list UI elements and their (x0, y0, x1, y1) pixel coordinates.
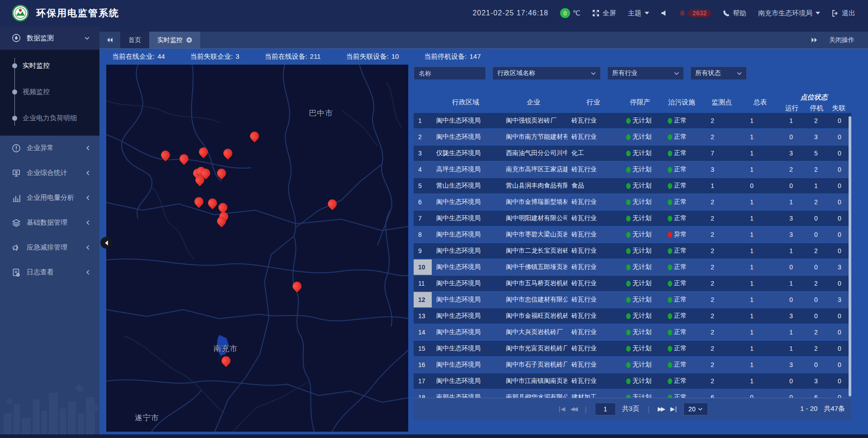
sidebar-item-video-monitor[interactable]: 视频监控 (0, 79, 99, 105)
row-halt-count: 2 (804, 247, 829, 254)
row-halt-count: 2 (804, 329, 829, 336)
table-row[interactable]: 14 阆中生态环境局 阆中大兴页岩机砖厂 砖瓦行业 无计划 正常 2 1 1 2… (414, 325, 851, 341)
row-lost-count: 0 (829, 182, 849, 189)
map-panel[interactable]: 巴中市南充市遂宁市 (106, 65, 408, 432)
fullscreen-button[interactable]: 全屏 (592, 9, 616, 18)
table-row[interactable]: 4 高坪生态环境局 南充市高坪区王家店建 砖瓦行业 无计划 正常 3 1 2 2… (414, 162, 851, 178)
table-body: 1 阆中生态环境局 阆中强锐页岩砖厂 砖瓦行业 无计划 正常 2 1 1 2 0… (414, 113, 851, 398)
status-dot-icon (626, 297, 631, 303)
row-stop-status: 无计划 (619, 231, 661, 239)
row-monitor-count: 2 (703, 198, 741, 206)
chevron-left-icon (86, 220, 90, 225)
row-meter-count: 1 (741, 166, 779, 173)
help-button[interactable]: 帮助 (723, 9, 746, 18)
row-run-count: 1 (779, 117, 804, 124)
sidebar-item-base-data[interactable]: 基础数据管理 (0, 210, 99, 235)
filter-row: 行政区域名称 所有行业 所有状态 (414, 66, 851, 80)
table-row[interactable]: 1 阆中生态环境局 阆中强锐页岩砖厂 砖瓦行业 无计划 正常 2 1 1 2 0 (414, 113, 851, 129)
table-row[interactable]: 17 阆中生态环境局 阆中市江南镇阆南页岩 砖瓦行业 无计划 正常 2 1 0 … (414, 373, 851, 390)
row-run-count: 1 (779, 345, 804, 352)
tab-close-icon[interactable] (186, 37, 192, 43)
row-region: 南部生态环境局 (432, 393, 500, 398)
table-row[interactable]: 8 阆中生态环境局 阆中市枣碧大梁山页岩 砖瓦行业 无计划 异常 2 1 3 0… (414, 227, 851, 243)
notification-area[interactable]: 2632 (679, 9, 711, 17)
industry-select[interactable]: 所有行业 (607, 66, 684, 80)
next-page-button[interactable]: ▶▶ (658, 405, 664, 412)
page-size-select[interactable]: 20 (684, 403, 708, 415)
table-row[interactable]: 3 仪陇生态环境局 西南油气田分公司川中 化工 无计划 正常 7 1 3 5 0 (414, 146, 851, 162)
table-row[interactable]: 13 阆中生态环境局 阆中市金福旺页岩机砖 砖瓦行业 无计划 正常 2 1 3 … (414, 308, 851, 325)
first-page-button[interactable]: ❘◀ (557, 405, 564, 412)
row-run-count: 3 (779, 150, 804, 157)
sidebar-item-log-view[interactable]: 日志查看 (0, 260, 99, 285)
row-lost-count: 3 (829, 264, 849, 271)
row-region: 阆中生态环境局 (432, 312, 500, 320)
row-lost-count: 0 (829, 312, 849, 320)
enterprise-table-panel: 行政区域名称 所有行业 所有状态 (414, 66, 851, 423)
row-company: 阆中市忠信建材有限公 (500, 296, 567, 304)
row-stop-status: 无计划 (619, 263, 661, 271)
temperature-display: 0 ℃ (560, 8, 580, 18)
sidebar-item-data-monitor[interactable]: 数据监测 (0, 26, 99, 50)
table-row[interactable]: 7 阆中生态环境局 阆中明阳建材有限公司 砖瓦行业 无计划 正常 2 1 3 0… (414, 211, 851, 227)
logout-button[interactable]: 退出 (832, 9, 855, 18)
status-select[interactable]: 所有状态 (690, 66, 747, 80)
stat-online-devices: 当前在线设备:211 (264, 52, 321, 61)
total-count-label: 共47条 (824, 405, 845, 413)
chevron-left-icon (86, 195, 90, 200)
table-row[interactable]: 10 阆中生态环境局 阆中千佛镇五郎垭页岩 砖瓦行业 无计划 正常 2 1 0 … (414, 259, 851, 276)
row-monitor-count: 2 (703, 247, 741, 254)
table-row[interactable]: 16 阆中生态环境局 阆中市石子页岩机砖厂 砖瓦行业 无计划 正常 2 1 3 … (414, 357, 851, 373)
row-region: 仪陇生态环境局 (432, 149, 500, 157)
table-scrollbar[interactable] (849, 116, 851, 396)
tabs-scroll-right-button[interactable] (811, 38, 817, 42)
row-region: 阆中生态环境局 (432, 133, 500, 141)
row-index: 2 (414, 129, 432, 145)
row-index: 13 (414, 308, 432, 324)
mute-button[interactable] (661, 10, 667, 16)
table-row[interactable]: 15 阆中生态环境局 阆中市光富页岩机砖厂 砖瓦行业 无计划 正常 2 1 1 … (414, 341, 851, 357)
row-industry: 砖瓦行业 (567, 344, 619, 353)
map-collapse-button[interactable] (100, 237, 112, 249)
table-header: 行政区域 企业 行业 停限产 治污设施 监测点 总表 点位状态 运行 停机 失联 (414, 91, 851, 113)
row-region: 阆中生态环境局 (432, 344, 500, 353)
row-halt-count: 2 (804, 117, 829, 124)
table-row[interactable]: 18 南部生态环境局 南部县砌华水泥有限公 建材加工 无计划 正常 6 0 0 … (414, 390, 851, 398)
close-operations-button[interactable]: 关闭操作 (829, 36, 854, 44)
region-select[interactable]: 行政区域名称 (492, 66, 601, 80)
tab-realtime-monitor[interactable]: 实时监控 (149, 32, 200, 48)
status-dot-icon (626, 248, 631, 254)
table-row[interactable]: 9 阆中生态环境局 阆中市二龙长宝页岩砖 砖瓦行业 无计划 正常 2 1 1 2… (414, 243, 851, 259)
prev-page-button[interactable]: ◀◀ (570, 405, 576, 412)
sidebar-item-enterprise-stats[interactable]: 企业综合统计 (0, 160, 99, 185)
tabs-scroll-left-button[interactable] (99, 32, 120, 48)
sidebar-item-emergency-reduction[interactable]: 应急减排管理 (0, 235, 99, 260)
sidebar-item-power-load-detail[interactable]: 企业电力负荷明细 (0, 105, 99, 131)
row-index: 3 (414, 146, 432, 161)
row-monitor-count: 2 (703, 264, 741, 271)
row-stop-status: 无计划 (619, 296, 661, 304)
sidebar-item-enterprise-abnormal[interactable]: 企业异常 (0, 136, 99, 160)
row-company: 阆中市金福旺页岩机砖 (500, 312, 567, 320)
theme-dropdown[interactable]: 主题 (628, 9, 649, 18)
org-dropdown[interactable]: 南充市生态环境局 (758, 9, 820, 18)
row-halt-count: 0 (804, 312, 829, 320)
table-row[interactable]: 5 营山生态环境局 营山县润丰肉食品有限 食品 无计划 正常 1 0 0 1 0 (414, 178, 851, 194)
col-header-facility: 治污设施 (661, 98, 703, 107)
row-halt-count: 0 (804, 264, 829, 271)
row-lost-count: 3 (829, 296, 849, 303)
col-header-point-status-group: 点位状态 运行 停机 失联 (779, 91, 849, 113)
name-search-input[interactable] (414, 66, 486, 80)
row-monitor-count: 2 (703, 280, 741, 287)
map-city-label: 南充市 (213, 344, 238, 354)
tab-home[interactable]: 首页 (120, 32, 149, 48)
sidebar-item-power-analysis[interactable]: 企业用电量分析 (0, 185, 99, 210)
page-number-input[interactable] (595, 403, 616, 415)
sidebar-item-realtime-monitor[interactable]: 实时监控 (0, 52, 99, 79)
last-page-button[interactable]: ▶❘ (670, 405, 677, 412)
table-row[interactable]: 11 阆中生态环境局 阆中市五马桥页岩机砖 砖瓦行业 无计划 正常 2 1 1 … (414, 276, 851, 292)
point-status-group-label: 点位状态 (779, 91, 849, 102)
table-row[interactable]: 12 阆中生态环境局 阆中市忠信建材有限公 砖瓦行业 无计划 正常 2 1 0 … (414, 292, 851, 308)
table-row[interactable]: 6 阆中生态环境局 阆中市金博瑞新型墙材 砖瓦行业 无计划 正常 2 1 1 2… (414, 194, 851, 211)
table-row[interactable]: 2 阆中生态环境局 阆中市南方节能建材有 砖瓦行业 无计划 正常 2 1 0 3… (414, 129, 851, 146)
